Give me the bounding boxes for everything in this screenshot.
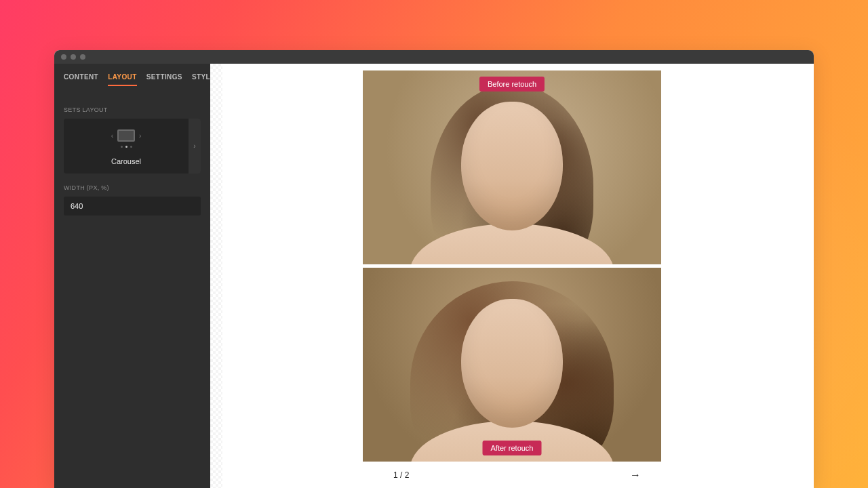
workspace: CONTENT LAYOUT SETTINGS STYLE SETS LAYOU… [54, 64, 814, 488]
sidebar-tabs: CONTENT LAYOUT SETTINGS STYLE [64, 73, 201, 86]
width-input[interactable] [64, 197, 201, 216]
traffic-light-minimize[interactable] [71, 54, 76, 60]
portrait-placeholder-icon [424, 272, 600, 462]
next-slide-button[interactable]: → [630, 469, 641, 481]
tab-layout[interactable]: LAYOUT [108, 73, 137, 86]
carousel-thumb-icon: ‹ › [111, 129, 142, 142]
after-image: After retouch [363, 268, 661, 462]
next-layout-option[interactable]: › [189, 119, 201, 174]
carousel-pager: 1 / 2 → [363, 465, 661, 483]
sets-layout-label: SETS LAYOUT [64, 106, 201, 113]
before-image: Before retouch [363, 70, 661, 264]
pagination-dots-icon [121, 146, 132, 148]
layout-picker: ‹ › Carousel › [64, 119, 201, 174]
app-window: CONTENT LAYOUT SETTINGS STYLE SETS LAYOU… [54, 50, 814, 488]
chevron-right-icon: › [193, 142, 195, 150]
arrow-right-icon: → [630, 469, 641, 481]
chevron-left-icon: ‹ [111, 132, 113, 140]
settings-sidebar: CONTENT LAYOUT SETTINGS STYLE SETS LAYOU… [54, 64, 210, 488]
preview-canvas: Before retouch After retouch 1 / 2 → [210, 64, 814, 488]
layout-option-name: Carousel [111, 157, 141, 165]
traffic-light-zoom[interactable] [80, 54, 85, 60]
tab-settings[interactable]: SETTINGS [146, 73, 182, 86]
window-titlebar [54, 50, 814, 64]
before-badge: Before retouch [479, 77, 545, 92]
tab-content[interactable]: CONTENT [64, 73, 98, 86]
width-label: WIDTH (PX, %) [64, 184, 201, 191]
after-badge: After retouch [483, 441, 542, 455]
portrait-placeholder-icon [424, 75, 600, 264]
frame-icon [117, 129, 135, 142]
pager-count: 1 / 2 [393, 470, 409, 480]
before-after-set: Before retouch After retouch 1 / 2 → [363, 70, 661, 483]
traffic-light-close[interactable] [61, 54, 66, 60]
chevron-right-icon: › [139, 132, 141, 140]
layout-option-carousel[interactable]: ‹ › Carousel [64, 119, 189, 174]
